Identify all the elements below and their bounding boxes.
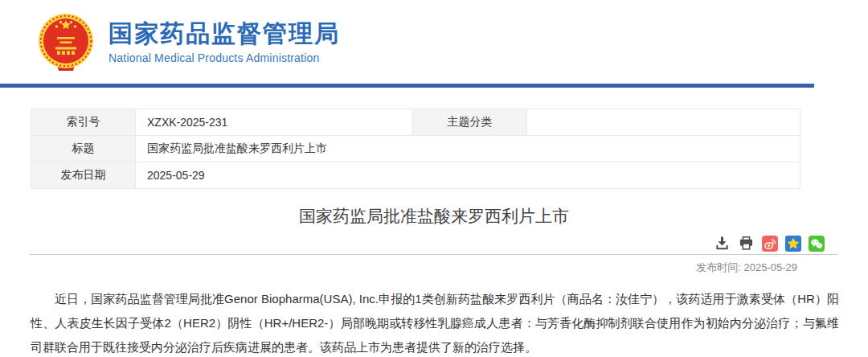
title-value: 国家药监局批准盐酸来罗西利片上市: [136, 136, 800, 162]
org-name-en: National Medical Products Administration: [108, 51, 340, 64]
document-meta-table: 索引号 XZXK-2025-231 主题分类 标题 国家药监局批准盐酸来罗西利片…: [31, 109, 800, 189]
index-number-label: 索引号: [31, 109, 136, 136]
title-label: 标题: [31, 136, 136, 162]
nmpa-announcement-page: 国家药品监督管理局 National Medical Products Admi…: [0, 0, 868, 357]
site-header: 国家药品监督管理局 National Medical Products Admi…: [0, 0, 868, 84]
table-row: 发布日期 2025-05-29: [31, 162, 800, 189]
topic-category-label: 主题分类: [413, 109, 527, 136]
title-separator: [31, 254, 837, 255]
topic-category-value: [527, 109, 800, 136]
index-number-value: XZXK-2025-231: [136, 109, 413, 136]
publish-time: 发布时间: 2025-05-29: [31, 261, 837, 275]
publish-time-value: 2025-05-29: [744, 261, 798, 273]
publish-date-value: 2025-05-29: [136, 162, 800, 189]
article-toolbar: [31, 235, 837, 252]
publish-time-label: 发布时间:: [696, 261, 741, 273]
wechat-share-icon[interactable]: [809, 236, 825, 252]
brand-block: 国家药品监督管理局 National Medical Products Admi…: [108, 20, 340, 64]
content-area: 索引号 XZXK-2025-231 主题分类 标题 国家药监局批准盐酸来罗西利片…: [31, 109, 837, 357]
site-logo[interactable]: [35, 11, 96, 72]
table-row: 标题 国家药监局批准盐酸来罗西利片上市: [31, 136, 800, 162]
qzone-share-icon[interactable]: [785, 236, 801, 252]
publish-date-label: 发布日期: [31, 162, 136, 189]
print-icon[interactable]: [738, 235, 755, 252]
page-title: 国家药监局批准盐酸来罗西利片上市: [31, 204, 837, 228]
table-row: 索引号 XZXK-2025-231 主题分类: [31, 109, 800, 136]
header-divider-bar: [0, 84, 814, 88]
china-national-emblem-icon: [35, 11, 96, 72]
download-icon[interactable]: [714, 235, 731, 252]
article-paragraph: 近日，国家药品监督管理局批准Genor Biopharma(USA), Inc.…: [31, 287, 839, 357]
org-name-zh: 国家药品监督管理局: [108, 20, 340, 47]
weibo-share-icon[interactable]: [762, 236, 778, 252]
